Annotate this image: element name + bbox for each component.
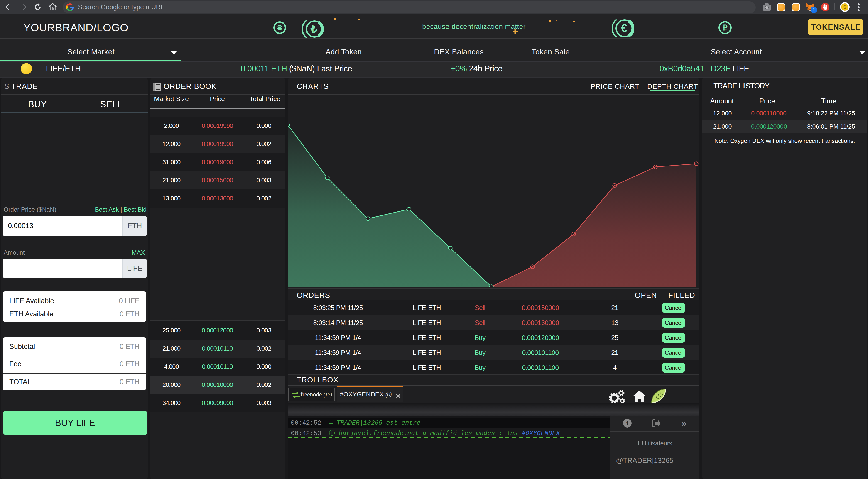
svg-text:₺: ₺ bbox=[310, 23, 317, 35]
svg-text:₴: ₴ bbox=[277, 24, 282, 32]
svg-text:€: € bbox=[621, 22, 627, 35]
svg-text:₽: ₽ bbox=[722, 23, 727, 32]
